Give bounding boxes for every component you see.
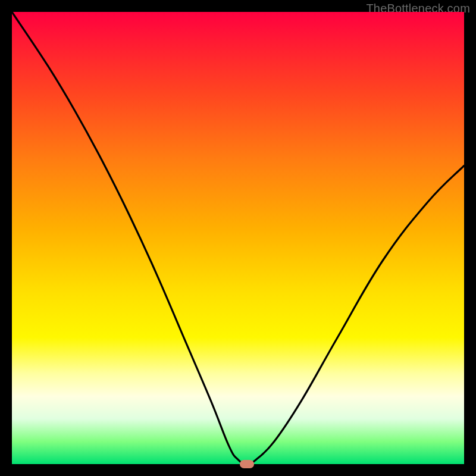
curve-svg [12,12,464,464]
optimal-marker [240,460,254,468]
plot-area [12,12,464,464]
chart-container: TheBottleneck.com [0,0,476,476]
bottleneck-curve [12,12,464,464]
